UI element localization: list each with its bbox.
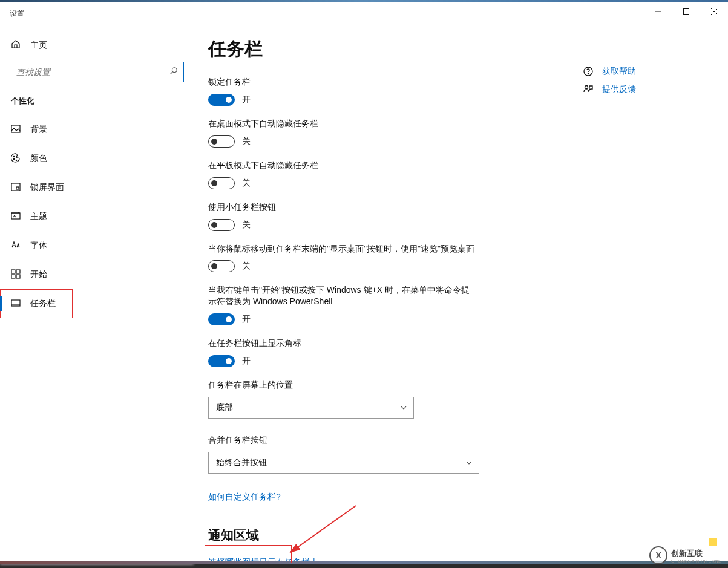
toggle-autohide-tablet[interactable] — [208, 177, 235, 189]
toggle-autohide-desktop[interactable] — [208, 135, 235, 148]
chevron-down-icon — [465, 459, 473, 466]
svg-rect-17 — [11, 300, 20, 306]
svg-point-4 — [172, 68, 177, 73]
toggle-state: 关 — [242, 261, 251, 272]
dropdown-value: 始终合并按钮 — [216, 457, 267, 468]
sidebar-item-label: 颜色 — [30, 153, 47, 164]
watermark-subtext: CHUANGXIN INTERNET — [671, 559, 724, 563]
toggle-state: 关 — [242, 136, 251, 147]
fonts-icon — [11, 240, 21, 252]
sidebar-item-lockscreen[interactable]: 锁屏界面 — [0, 173, 194, 202]
search-input[interactable] — [10, 62, 184, 82]
bottom-edge — [0, 561, 728, 564]
toggle-lock-taskbar[interactable] — [208, 94, 235, 106]
sidebar: 主页 个性化 背景 颜色 锁屏界面 主题 字体 开始 — [0, 2, 194, 564]
sidebar-item-label: 背景 — [30, 124, 47, 135]
toggle-state: 开 — [242, 356, 251, 367]
right-rail: 获取帮助 提供反馈 — [583, 66, 704, 102]
sidebar-item-label: 开始 — [30, 269, 47, 280]
rail-feedback[interactable]: 提供反馈 — [583, 84, 704, 95]
svg-rect-12 — [11, 213, 20, 219]
home-label: 主页 — [30, 40, 47, 51]
section-notification-area: 通知区域 — [208, 527, 672, 544]
sidebar-item-label: 锁屏界面 — [30, 182, 64, 193]
sidebar-item-background[interactable]: 背景 — [0, 115, 194, 144]
setting-label: 在任务栏按钮上显示角标 — [208, 338, 474, 349]
svg-rect-13 — [11, 270, 15, 273]
svg-point-8 — [13, 158, 14, 159]
watermark-accent — [709, 538, 717, 546]
themes-icon — [11, 211, 21, 223]
svg-rect-6 — [11, 125, 20, 132]
start-icon — [11, 269, 21, 281]
picture-icon — [11, 124, 21, 135]
svg-point-20 — [588, 73, 588, 74]
setting-label: 合并任务栏按钮 — [208, 434, 474, 446]
page-title: 任务栏 — [208, 37, 672, 62]
toggle-state: 关 — [242, 178, 251, 189]
svg-rect-1 — [684, 9, 689, 15]
svg-rect-14 — [16, 270, 20, 273]
setting-label: 当你将鼠标移动到任务栏末端的"显示桌面"按钮时，使用"速览"预览桌面 — [208, 243, 474, 255]
setting-label: 在平板模式下自动隐藏任务栏 — [208, 160, 474, 171]
setting-label: 在桌面模式下自动隐藏任务栏 — [208, 118, 474, 129]
chevron-down-icon — [400, 404, 407, 411]
svg-point-21 — [585, 86, 588, 89]
titlebar: 设置 — [0, 2, 728, 25]
maximize-button[interactable] — [672, 2, 700, 21]
lockscreen-icon — [11, 182, 21, 194]
sidebar-item-themes[interactable]: 主题 — [0, 202, 194, 231]
watermark: X 创新互联 CHUANGXIN INTERNET — [649, 546, 724, 564]
window-title: 设置 — [0, 8, 24, 19]
svg-line-5 — [171, 72, 173, 74]
sidebar-item-start[interactable]: 开始 — [0, 260, 194, 289]
settings-window: 设置 主页 个性化 背景 颜色 — [0, 2, 728, 564]
setting-label: 当我右键单击"开始"按钮或按下 Windows 键+X 时，在菜单中将命令提示符… — [208, 284, 474, 307]
sidebar-item-fonts[interactable]: 字体 — [0, 231, 194, 260]
rail-get-help[interactable]: 获取帮助 — [583, 66, 704, 77]
toggle-powershell[interactable] — [208, 313, 235, 325]
svg-point-9 — [16, 160, 16, 160]
taskbar-icon — [11, 298, 21, 310]
feedback-icon — [583, 84, 594, 95]
sidebar-item-label: 字体 — [30, 240, 47, 251]
watermark-logo-icon: X — [649, 546, 667, 564]
close-button[interactable] — [700, 2, 728, 21]
sidebar-item-taskbar[interactable]: 任务栏 — [0, 289, 73, 318]
toggle-state: 开 — [242, 94, 251, 105]
main-panel: 任务栏 锁定任务栏 开 在桌面模式下自动隐藏任务栏 关 在平板模式下自动隐藏任务… — [194, 2, 728, 564]
dropdown-value: 底部 — [216, 402, 233, 413]
sidebar-section-label: 个性化 — [0, 96, 194, 115]
minimize-button[interactable] — [644, 2, 672, 21]
rail-label: 获取帮助 — [602, 66, 636, 77]
toggle-peek-preview[interactable] — [208, 260, 235, 272]
link-customize-taskbar[interactable]: 如何自定义任务栏? — [208, 492, 281, 503]
dropdown-combine-buttons[interactable]: 始终合并按钮 — [208, 452, 479, 474]
help-icon — [583, 66, 594, 77]
search-icon — [169, 67, 178, 77]
svg-rect-16 — [16, 275, 20, 278]
toggle-state: 开 — [242, 314, 251, 325]
sidebar-item-label: 任务栏 — [30, 298, 56, 309]
setting-label: 任务栏在屏幕上的位置 — [208, 379, 474, 391]
svg-rect-11 — [16, 187, 19, 189]
setting-label: 锁定任务栏 — [208, 76, 474, 88]
sidebar-item-label: 主题 — [30, 211, 47, 222]
svg-rect-15 — [11, 275, 15, 278]
toggle-small-buttons[interactable] — [208, 219, 235, 231]
home-button[interactable]: 主页 — [0, 32, 194, 62]
sidebar-item-colors[interactable]: 颜色 — [0, 144, 194, 173]
watermark-text: 创新互联 — [671, 549, 703, 558]
toggle-badges[interactable] — [208, 355, 235, 367]
rail-label: 提供反馈 — [602, 84, 636, 95]
setting-label: 使用小任务栏按钮 — [208, 201, 474, 213]
dropdown-taskbar-position[interactable]: 底部 — [208, 397, 414, 419]
toggle-state: 关 — [242, 220, 251, 230]
palette-icon — [11, 153, 21, 165]
home-icon — [11, 39, 21, 51]
svg-point-7 — [13, 156, 14, 157]
